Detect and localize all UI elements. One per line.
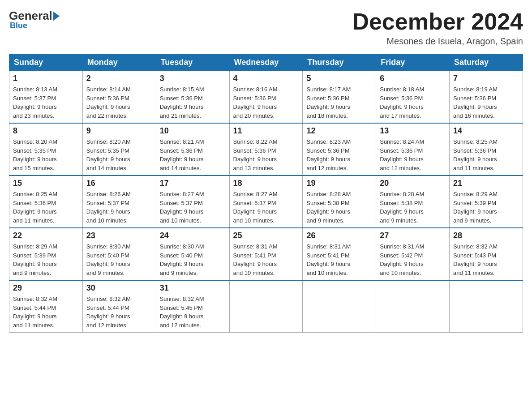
calendar-cell: 9 Sunrise: 8:20 AM Sunset: 5:35 PM Dayli…	[82, 123, 156, 176]
weekday-header-saturday: Saturday	[450, 54, 523, 71]
calendar-cell: 7 Sunrise: 8:19 AM Sunset: 5:36 PM Dayli…	[450, 71, 523, 124]
calendar-cell: 17 Sunrise: 8:27 AM Sunset: 5:37 PM Dayl…	[156, 176, 229, 228]
calendar-cell: 10 Sunrise: 8:21 AM Sunset: 5:36 PM Dayl…	[156, 123, 229, 176]
calendar-cell	[376, 280, 450, 333]
day-info: Sunrise: 8:30 AM Sunset: 5:40 PM Dayligh…	[160, 242, 226, 277]
day-number: 21	[453, 179, 519, 188]
day-info: Sunrise: 8:18 AM Sunset: 5:36 PM Dayligh…	[380, 85, 446, 120]
day-info: Sunrise: 8:20 AM Sunset: 5:35 PM Dayligh…	[86, 137, 152, 172]
calendar-cell	[450, 280, 523, 333]
calendar-cell: 1 Sunrise: 8:13 AM Sunset: 5:37 PM Dayli…	[9, 71, 83, 124]
day-number: 27	[380, 231, 446, 240]
day-info: Sunrise: 8:27 AM Sunset: 5:37 PM Dayligh…	[160, 190, 226, 225]
calendar-header-row: SundayMondayTuesdayWednesdayThursdayFrid…	[9, 54, 523, 71]
location-text: Mesones de Isuela, Aragon, Spain	[352, 36, 523, 47]
day-number: 25	[233, 231, 299, 240]
day-number: 7	[453, 74, 519, 83]
day-number: 31	[160, 283, 226, 293]
calendar-week-2: 8 Sunrise: 8:20 AM Sunset: 5:35 PM Dayli…	[9, 123, 523, 176]
day-number: 13	[380, 126, 446, 136]
calendar-cell: 18 Sunrise: 8:27 AM Sunset: 5:37 PM Dayl…	[229, 176, 303, 228]
day-number: 28	[453, 231, 519, 240]
calendar-week-1: 1 Sunrise: 8:13 AM Sunset: 5:37 PM Dayli…	[9, 71, 523, 124]
calendar-cell: 19 Sunrise: 8:28 AM Sunset: 5:38 PM Dayl…	[303, 176, 376, 228]
weekday-header-sunday: Sunday	[9, 54, 83, 71]
calendar-cell: 30 Sunrise: 8:32 AM Sunset: 5:44 PM Dayl…	[82, 280, 156, 333]
day-info: Sunrise: 8:29 AM Sunset: 5:39 PM Dayligh…	[13, 242, 79, 277]
day-info: Sunrise: 8:22 AM Sunset: 5:36 PM Dayligh…	[233, 137, 299, 172]
calendar-cell: 15 Sunrise: 8:25 AM Sunset: 5:36 PM Dayl…	[9, 176, 83, 228]
day-info: Sunrise: 8:32 AM Sunset: 5:43 PM Dayligh…	[453, 242, 519, 277]
day-info: Sunrise: 8:14 AM Sunset: 5:36 PM Dayligh…	[86, 85, 152, 120]
calendar-cell: 27 Sunrise: 8:31 AM Sunset: 5:42 PM Dayl…	[376, 228, 450, 280]
calendar-cell: 20 Sunrise: 8:28 AM Sunset: 5:38 PM Dayl…	[376, 176, 450, 228]
day-info: Sunrise: 8:23 AM Sunset: 5:36 PM Dayligh…	[306, 137, 372, 172]
day-number: 15	[13, 179, 79, 188]
calendar-cell: 13 Sunrise: 8:24 AM Sunset: 5:36 PM Dayl…	[376, 123, 450, 176]
day-number: 2	[86, 74, 152, 83]
logo-blue-text: Blue	[10, 21, 27, 30]
day-info: Sunrise: 8:16 AM Sunset: 5:36 PM Dayligh…	[233, 85, 299, 120]
page-header: General Blue December 2024 Mesones de Is…	[9, 9, 523, 47]
day-info: Sunrise: 8:27 AM Sunset: 5:37 PM Dayligh…	[233, 190, 299, 225]
day-number: 26	[306, 231, 372, 240]
day-info: Sunrise: 8:32 AM Sunset: 5:45 PM Dayligh…	[160, 295, 226, 330]
day-info: Sunrise: 8:20 AM Sunset: 5:35 PM Dayligh…	[13, 137, 79, 172]
day-number: 9	[86, 126, 152, 136]
day-info: Sunrise: 8:28 AM Sunset: 5:38 PM Dayligh…	[380, 190, 446, 225]
day-number: 6	[380, 74, 446, 83]
calendar-cell: 2 Sunrise: 8:14 AM Sunset: 5:36 PM Dayli…	[82, 71, 156, 124]
day-number: 23	[86, 231, 152, 240]
calendar-cell: 5 Sunrise: 8:17 AM Sunset: 5:36 PM Dayli…	[303, 71, 376, 124]
calendar-week-5: 29 Sunrise: 8:32 AM Sunset: 5:44 PM Dayl…	[9, 280, 523, 333]
logo-arrow-icon	[53, 12, 60, 21]
logo: General Blue	[9, 9, 60, 30]
weekday-header-wednesday: Wednesday	[229, 54, 303, 71]
calendar-cell: 26 Sunrise: 8:31 AM Sunset: 5:41 PM Dayl…	[303, 228, 376, 280]
day-info: Sunrise: 8:32 AM Sunset: 5:44 PM Dayligh…	[13, 295, 79, 330]
day-number: 18	[233, 179, 299, 188]
day-number: 11	[233, 126, 299, 136]
day-info: Sunrise: 8:31 AM Sunset: 5:42 PM Dayligh…	[380, 242, 446, 277]
calendar-cell	[229, 280, 303, 333]
day-info: Sunrise: 8:31 AM Sunset: 5:41 PM Dayligh…	[233, 242, 299, 277]
calendar-cell: 8 Sunrise: 8:20 AM Sunset: 5:35 PM Dayli…	[9, 123, 83, 176]
calendar-cell: 16 Sunrise: 8:26 AM Sunset: 5:37 PM Dayl…	[82, 176, 156, 228]
day-number: 14	[453, 126, 519, 136]
calendar-week-4: 22 Sunrise: 8:29 AM Sunset: 5:39 PM Dayl…	[9, 228, 523, 280]
weekday-header-friday: Friday	[376, 54, 450, 71]
calendar-cell: 14 Sunrise: 8:25 AM Sunset: 5:36 PM Dayl…	[450, 123, 523, 176]
calendar-cell: 28 Sunrise: 8:32 AM Sunset: 5:43 PM Dayl…	[450, 228, 523, 280]
calendar-cell: 25 Sunrise: 8:31 AM Sunset: 5:41 PM Dayl…	[229, 228, 303, 280]
weekday-header-monday: Monday	[82, 54, 156, 71]
day-number: 29	[13, 283, 79, 293]
day-number: 30	[86, 283, 152, 293]
day-number: 1	[13, 74, 79, 83]
calendar-cell: 23 Sunrise: 8:30 AM Sunset: 5:40 PM Dayl…	[82, 228, 156, 280]
day-info: Sunrise: 8:31 AM Sunset: 5:41 PM Dayligh…	[306, 242, 372, 277]
title-block: December 2024 Mesones de Isuela, Aragon,…	[352, 9, 523, 47]
day-number: 17	[160, 179, 226, 188]
calendar-week-3: 15 Sunrise: 8:25 AM Sunset: 5:36 PM Dayl…	[9, 176, 523, 228]
calendar-cell: 21 Sunrise: 8:29 AM Sunset: 5:39 PM Dayl…	[450, 176, 523, 228]
day-info: Sunrise: 8:25 AM Sunset: 5:36 PM Dayligh…	[13, 190, 79, 225]
day-number: 16	[86, 179, 152, 188]
day-number: 12	[306, 126, 372, 136]
day-info: Sunrise: 8:28 AM Sunset: 5:38 PM Dayligh…	[306, 190, 372, 225]
calendar-table: SundayMondayTuesdayWednesdayThursdayFrid…	[9, 54, 523, 333]
day-number: 3	[160, 74, 226, 83]
day-info: Sunrise: 8:25 AM Sunset: 5:36 PM Dayligh…	[453, 137, 519, 172]
calendar-cell	[303, 280, 376, 333]
day-info: Sunrise: 8:13 AM Sunset: 5:37 PM Dayligh…	[13, 85, 79, 120]
calendar-cell: 6 Sunrise: 8:18 AM Sunset: 5:36 PM Dayli…	[376, 71, 450, 124]
calendar-cell: 4 Sunrise: 8:16 AM Sunset: 5:36 PM Dayli…	[229, 71, 303, 124]
day-number: 20	[380, 179, 446, 188]
day-info: Sunrise: 8:30 AM Sunset: 5:40 PM Dayligh…	[86, 242, 152, 277]
day-info: Sunrise: 8:15 AM Sunset: 5:36 PM Dayligh…	[160, 85, 226, 120]
day-number: 19	[306, 179, 372, 188]
weekday-header-tuesday: Tuesday	[156, 54, 229, 71]
calendar-cell: 31 Sunrise: 8:32 AM Sunset: 5:45 PM Dayl…	[156, 280, 229, 333]
day-number: 5	[306, 74, 372, 83]
day-info: Sunrise: 8:19 AM Sunset: 5:36 PM Dayligh…	[453, 85, 519, 120]
calendar-cell: 29 Sunrise: 8:32 AM Sunset: 5:44 PM Dayl…	[9, 280, 83, 333]
